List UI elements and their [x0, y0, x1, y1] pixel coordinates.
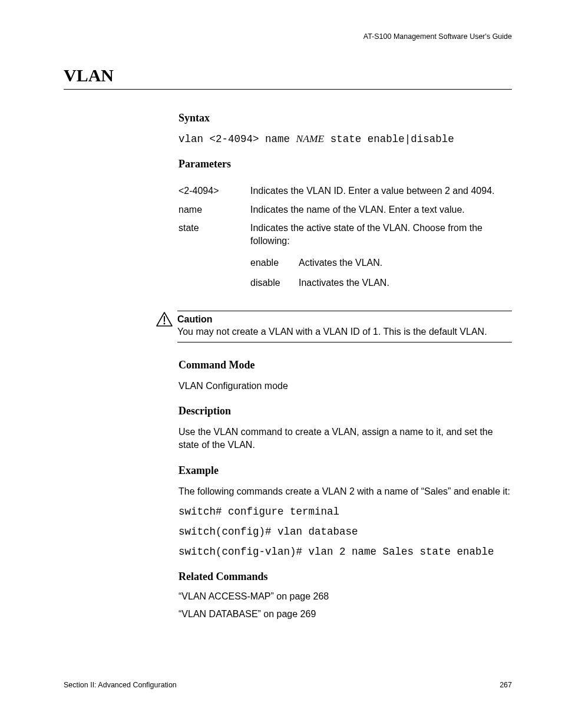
syntax-heading: Syntax	[178, 112, 512, 124]
example-code-line: switch(config-vlan)# vlan 2 name Sales s…	[178, 546, 512, 558]
suboptions-table: enable Activates the VLAN. disable Inact…	[250, 249, 389, 296]
param-term: <2-4094>	[178, 185, 250, 197]
caution-label: Caution	[177, 314, 213, 324]
caution-block: Caution You may not create a VLAN with a…	[156, 311, 512, 342]
example-code-line: switch# configure terminal	[178, 506, 512, 518]
syntax-var: NAME	[296, 133, 325, 144]
related-heading: Related Commands	[178, 571, 512, 583]
syntax-prefix: vlan <2-4094> name	[178, 133, 296, 145]
page-footer: Section II: Advanced Configuration 267	[64, 681, 512, 689]
description-heading: Description	[178, 405, 512, 417]
param-desc-text: Indicates the active state of the VLAN. …	[250, 223, 482, 246]
parameters-table: <2-4094> Indicates the VLAN ID. Enter a …	[178, 179, 512, 302]
command-mode-heading: Command Mode	[178, 359, 512, 371]
content-column: Syntax vlan <2-4094> name NAME state ena…	[178, 112, 512, 620]
param-row: state Indicates the active state of the …	[178, 222, 512, 296]
page-title: VLAN	[64, 65, 512, 90]
subopt-term: enable	[250, 256, 299, 269]
related-link: “VLAN DATABASE” on page 269	[178, 609, 512, 620]
param-row: <2-4094> Indicates the VLAN ID. Enter a …	[178, 185, 512, 197]
subopt-desc: Inactivates the VLAN.	[299, 276, 389, 289]
subopt-row: disable Inactivates the VLAN.	[250, 276, 389, 289]
param-desc: Indicates the VLAN ID. Enter a value bet…	[250, 185, 512, 197]
subopt-term: disable	[250, 276, 299, 289]
page: AT-S100 Management Software User's Guide…	[0, 0, 562, 728]
param-term: name	[178, 203, 250, 216]
command-mode-text: VLAN Configuration mode	[178, 380, 512, 393]
parameters-heading: Parameters	[178, 158, 512, 170]
param-row: name Indicates the name of the VLAN. Ent…	[178, 203, 512, 216]
related-link: “VLAN ACCESS-MAP” on page 268	[178, 591, 512, 602]
syntax-line: vlan <2-4094> name NAME state enable|dis…	[178, 133, 512, 145]
caution-body: Caution You may not create a VLAN with a…	[177, 311, 512, 342]
running-header: AT-S100 Management Software User's Guide	[64, 32, 512, 41]
example-code-line: switch(config)# vlan database	[178, 526, 512, 538]
footer-section: Section II: Advanced Configuration	[64, 681, 177, 689]
caution-text: You may not create a VLAN with a VLAN ID…	[177, 327, 487, 337]
example-intro: The following commands create a VLAN 2 w…	[178, 485, 512, 498]
description-text: Use the VLAN command to create a VLAN, a…	[178, 426, 512, 451]
example-heading: Example	[178, 465, 512, 477]
subopt-row: enable Activates the VLAN.	[250, 256, 389, 269]
svg-point-2	[164, 322, 166, 324]
warning-icon	[156, 312, 173, 329]
param-desc: Indicates the name of the VLAN. Enter a …	[250, 203, 512, 216]
footer-page-number: 267	[500, 681, 512, 689]
param-desc: Indicates the active state of the VLAN. …	[250, 222, 512, 296]
param-term: state	[178, 222, 250, 296]
syntax-suffix: state enable|disable	[324, 133, 454, 145]
subopt-desc: Activates the VLAN.	[299, 256, 389, 269]
